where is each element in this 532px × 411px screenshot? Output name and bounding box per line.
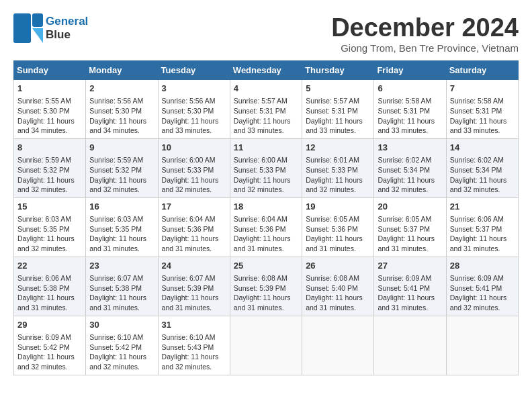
week-row-4: 22Sunrise: 6:06 AM Sunset: 5:38 PM Dayli… bbox=[14, 257, 519, 316]
calendar-table: SundayMondayTuesdayWednesdayThursdayFrid… bbox=[13, 60, 519, 375]
day-detail: Sunrise: 6:04 AM Sunset: 5:36 PM Dayligh… bbox=[162, 214, 226, 254]
logo-text: GeneralBlue bbox=[46, 15, 88, 42]
day-detail: Sunrise: 6:10 AM Sunset: 5:42 PM Dayligh… bbox=[89, 332, 154, 372]
day-number: 20 bbox=[378, 201, 442, 213]
day-number: 18 bbox=[234, 201, 298, 213]
calendar-cell: 15Sunrise: 6:03 AM Sunset: 5:35 PM Dayli… bbox=[14, 197, 86, 257]
svg-rect-1 bbox=[32, 13, 43, 27]
weekday-header-saturday: Saturday bbox=[446, 61, 518, 80]
day-number: 6 bbox=[378, 83, 442, 95]
calendar-cell: 18Sunrise: 6:04 AM Sunset: 5:36 PM Dayli… bbox=[230, 197, 302, 257]
weekday-header-friday: Friday bbox=[374, 61, 446, 80]
weekday-header-monday: Monday bbox=[86, 61, 158, 80]
weekday-header-sunday: Sunday bbox=[14, 61, 86, 80]
day-detail: Sunrise: 6:09 AM Sunset: 5:41 PM Dayligh… bbox=[378, 273, 442, 313]
calendar-cell bbox=[302, 316, 374, 375]
day-detail: Sunrise: 5:59 AM Sunset: 5:32 PM Dayligh… bbox=[17, 155, 82, 195]
day-detail: Sunrise: 6:02 AM Sunset: 5:34 PM Dayligh… bbox=[450, 155, 515, 195]
calendar-cell: 25Sunrise: 6:08 AM Sunset: 5:39 PM Dayli… bbox=[230, 257, 302, 316]
day-number: 16 bbox=[89, 201, 154, 213]
calendar-cell: 7Sunrise: 5:58 AM Sunset: 5:31 PM Daylig… bbox=[446, 80, 518, 139]
day-detail: Sunrise: 5:56 AM Sunset: 5:30 PM Dayligh… bbox=[162, 96, 226, 136]
day-number: 12 bbox=[306, 142, 370, 154]
day-detail: Sunrise: 6:01 AM Sunset: 5:33 PM Dayligh… bbox=[306, 155, 370, 195]
day-number: 27 bbox=[378, 260, 442, 272]
weekday-header-wednesday: Wednesday bbox=[230, 61, 302, 80]
calendar-cell: 20Sunrise: 6:05 AM Sunset: 5:37 PM Dayli… bbox=[374, 197, 446, 257]
day-detail: Sunrise: 6:04 AM Sunset: 5:36 PM Dayligh… bbox=[234, 214, 298, 254]
day-number: 31 bbox=[162, 319, 226, 331]
calendar-cell: 27Sunrise: 6:09 AM Sunset: 5:41 PM Dayli… bbox=[374, 257, 446, 316]
day-detail: Sunrise: 5:55 AM Sunset: 5:30 PM Dayligh… bbox=[17, 96, 82, 136]
day-detail: Sunrise: 6:06 AM Sunset: 5:37 PM Dayligh… bbox=[450, 214, 515, 254]
day-detail: Sunrise: 6:03 AM Sunset: 5:35 PM Dayligh… bbox=[89, 214, 154, 254]
day-number: 1 bbox=[17, 83, 82, 95]
day-number: 15 bbox=[17, 201, 82, 213]
day-number: 4 bbox=[234, 83, 298, 95]
calendar-cell: 2Sunrise: 5:56 AM Sunset: 5:30 PM Daylig… bbox=[86, 80, 158, 139]
day-detail: Sunrise: 6:00 AM Sunset: 5:33 PM Dayligh… bbox=[234, 155, 298, 195]
day-detail: Sunrise: 6:06 AM Sunset: 5:38 PM Dayligh… bbox=[17, 273, 82, 313]
day-number: 17 bbox=[162, 201, 226, 213]
day-detail: Sunrise: 6:10 AM Sunset: 5:43 PM Dayligh… bbox=[162, 332, 226, 372]
day-detail: Sunrise: 6:07 AM Sunset: 5:38 PM Dayligh… bbox=[89, 273, 154, 313]
calendar-cell: 14Sunrise: 6:02 AM Sunset: 5:34 PM Dayli… bbox=[446, 138, 518, 197]
day-number: 13 bbox=[378, 142, 442, 154]
day-detail: Sunrise: 5:58 AM Sunset: 5:31 PM Dayligh… bbox=[378, 96, 442, 136]
day-detail: Sunrise: 6:03 AM Sunset: 5:35 PM Dayligh… bbox=[17, 214, 82, 254]
calendar-cell: 30Sunrise: 6:10 AM Sunset: 5:42 PM Dayli… bbox=[86, 316, 158, 375]
calendar-cell bbox=[446, 316, 518, 375]
calendar-cell: 22Sunrise: 6:06 AM Sunset: 5:38 PM Dayli… bbox=[14, 257, 86, 316]
week-row-3: 15Sunrise: 6:03 AM Sunset: 5:35 PM Dayli… bbox=[14, 197, 519, 257]
day-number: 28 bbox=[450, 260, 515, 272]
day-detail: Sunrise: 6:00 AM Sunset: 5:33 PM Dayligh… bbox=[162, 155, 226, 195]
calendar-cell bbox=[374, 316, 446, 375]
calendar-cell: 12Sunrise: 6:01 AM Sunset: 5:33 PM Dayli… bbox=[302, 138, 374, 197]
weekday-header-tuesday: Tuesday bbox=[158, 61, 230, 80]
day-detail: Sunrise: 5:58 AM Sunset: 5:31 PM Dayligh… bbox=[450, 96, 515, 136]
day-number: 24 bbox=[162, 260, 226, 272]
day-number: 8 bbox=[17, 142, 82, 154]
day-number: 21 bbox=[450, 201, 515, 213]
day-detail: Sunrise: 5:57 AM Sunset: 5:31 PM Dayligh… bbox=[306, 96, 370, 136]
day-number: 19 bbox=[306, 201, 370, 213]
main-title: December 2024 bbox=[331, 13, 519, 42]
header: GeneralBlue December 2024 Giong Trom, Be… bbox=[13, 13, 519, 54]
calendar-cell: 4Sunrise: 5:57 AM Sunset: 5:31 PM Daylig… bbox=[230, 80, 302, 139]
calendar-cell: 23Sunrise: 6:07 AM Sunset: 5:38 PM Dayli… bbox=[86, 257, 158, 316]
calendar-cell: 6Sunrise: 5:58 AM Sunset: 5:31 PM Daylig… bbox=[374, 80, 446, 139]
day-number: 2 bbox=[89, 83, 154, 95]
day-number: 11 bbox=[234, 142, 298, 154]
title-area: December 2024 Giong Trom, Ben Tre Provin… bbox=[331, 13, 519, 54]
day-number: 29 bbox=[17, 319, 82, 331]
weekday-header-thursday: Thursday bbox=[302, 61, 374, 80]
calendar-cell: 19Sunrise: 6:05 AM Sunset: 5:36 PM Dayli… bbox=[302, 197, 374, 257]
day-number: 14 bbox=[450, 142, 515, 154]
day-detail: Sunrise: 6:05 AM Sunset: 5:36 PM Dayligh… bbox=[306, 214, 370, 254]
week-row-2: 8Sunrise: 5:59 AM Sunset: 5:32 PM Daylig… bbox=[14, 138, 519, 197]
calendar-cell: 29Sunrise: 6:09 AM Sunset: 5:42 PM Dayli… bbox=[14, 316, 86, 375]
day-detail: Sunrise: 6:09 AM Sunset: 5:42 PM Dayligh… bbox=[17, 332, 82, 372]
weekday-header-row: SundayMondayTuesdayWednesdayThursdayFrid… bbox=[14, 61, 519, 80]
day-detail: Sunrise: 5:57 AM Sunset: 5:31 PM Dayligh… bbox=[234, 96, 298, 136]
calendar-cell: 17Sunrise: 6:04 AM Sunset: 5:36 PM Dayli… bbox=[158, 197, 230, 257]
day-detail: Sunrise: 6:07 AM Sunset: 5:39 PM Dayligh… bbox=[162, 273, 226, 313]
calendar-cell: 13Sunrise: 6:02 AM Sunset: 5:34 PM Dayli… bbox=[374, 138, 446, 197]
calendar-cell: 16Sunrise: 6:03 AM Sunset: 5:35 PM Dayli… bbox=[86, 197, 158, 257]
day-number: 25 bbox=[234, 260, 298, 272]
calendar-cell: 8Sunrise: 5:59 AM Sunset: 5:32 PM Daylig… bbox=[14, 138, 86, 197]
calendar-cell: 1Sunrise: 5:55 AM Sunset: 5:30 PM Daylig… bbox=[14, 80, 86, 139]
calendar-cell: 5Sunrise: 5:57 AM Sunset: 5:31 PM Daylig… bbox=[302, 80, 374, 139]
day-number: 9 bbox=[89, 142, 154, 154]
day-detail: Sunrise: 6:08 AM Sunset: 5:40 PM Dayligh… bbox=[306, 273, 370, 313]
day-number: 10 bbox=[162, 142, 226, 154]
day-detail: Sunrise: 6:09 AM Sunset: 5:41 PM Dayligh… bbox=[450, 273, 515, 313]
logo-area: GeneralBlue bbox=[13, 13, 88, 43]
week-row-1: 1Sunrise: 5:55 AM Sunset: 5:30 PM Daylig… bbox=[14, 80, 519, 139]
svg-rect-0 bbox=[13, 13, 31, 43]
logo-icon bbox=[13, 13, 43, 43]
day-detail: Sunrise: 6:02 AM Sunset: 5:34 PM Dayligh… bbox=[378, 155, 442, 195]
day-number: 22 bbox=[17, 260, 82, 272]
calendar-cell: 10Sunrise: 6:00 AM Sunset: 5:33 PM Dayli… bbox=[158, 138, 230, 197]
calendar-cell: 11Sunrise: 6:00 AM Sunset: 5:33 PM Dayli… bbox=[230, 138, 302, 197]
